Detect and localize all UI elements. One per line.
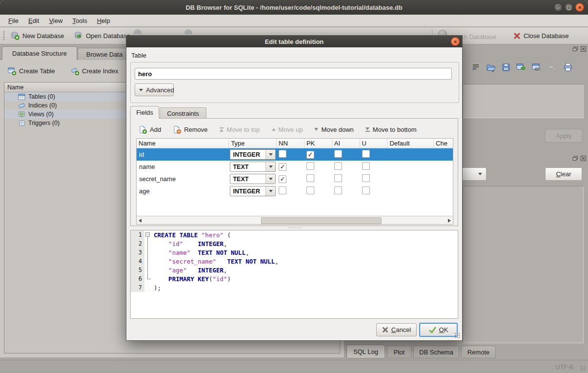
field-name-cell[interactable]: secret_name <box>137 175 229 183</box>
ai-checkbox[interactable] <box>334 174 342 182</box>
splitter-handle[interactable] <box>287 227 302 228</box>
move-up-button[interactable]: Move up <box>272 126 303 133</box>
clear-log-button[interactable]: Clear <box>545 167 582 181</box>
new-database-button[interactable]: New Database <box>11 30 64 41</box>
cancel-button[interactable]: Cancel <box>376 323 417 336</box>
sql-preview[interactable]: 1 − CREATE TABLE "hero" ( 2 "id" INTEGER… <box>130 230 458 319</box>
dialog-titlebar[interactable]: Edit table definition <box>126 36 462 47</box>
word-wrap-icon[interactable] <box>471 63 480 72</box>
col-header-check[interactable]: Che <box>434 139 453 148</box>
field-row-age[interactable]: age INTEGER <box>137 185 453 197</box>
u-checkbox[interactable] <box>362 174 370 182</box>
field-row-id[interactable]: id INTEGER <box>137 148 453 161</box>
scrollbar-thumb[interactable] <box>261 217 382 224</box>
window-resize-grip[interactable] <box>580 365 586 372</box>
cell-editor-textarea[interactable] <box>463 84 584 118</box>
field-row-name[interactable]: name TEXT <box>137 161 453 173</box>
type-dropdown[interactable]: INTEGER <box>230 149 276 160</box>
set-null-icon[interactable] <box>547 63 557 72</box>
dock-float-button[interactable] <box>572 46 579 52</box>
menu-help[interactable]: Help <box>93 16 115 26</box>
tab-database-structure[interactable]: Database Structure <box>2 46 77 60</box>
cell-editor-toolbar <box>471 62 573 72</box>
col-header-ai[interactable]: AI <box>332 139 360 148</box>
tab-browse-data[interactable]: Browse Data <box>78 48 131 60</box>
menu-file[interactable]: File <box>4 16 23 26</box>
field-name-cell[interactable]: age <box>137 187 229 195</box>
nn-checkbox[interactable] <box>279 163 286 171</box>
nn-checkbox[interactable] <box>279 150 286 158</box>
attach-database-button[interactable]: Attach Database <box>463 31 503 42</box>
bottom-tab-sql-log[interactable]: SQL Log <box>346 345 385 358</box>
add-field-button[interactable]: Add <box>139 125 161 134</box>
pk-checkbox[interactable] <box>306 162 314 170</box>
menu-edit[interactable]: Edit <box>24 16 43 26</box>
type-dropdown[interactable]: INTEGER <box>230 186 276 196</box>
u-checkbox[interactable] <box>362 162 370 170</box>
remove-field-button[interactable]: Remove <box>173 125 207 134</box>
dialog-resize-grip[interactable] <box>454 332 461 339</box>
ai-checkbox[interactable] <box>334 150 342 158</box>
menu-tools[interactable]: Tools <box>68 16 91 26</box>
window-maximize-button[interactable]: ◻ <box>565 3 573 12</box>
nn-checkbox[interactable] <box>279 186 286 194</box>
col-header-name[interactable]: Name <box>137 139 229 148</box>
chevron-down-icon[interactable] <box>265 174 275 184</box>
close-database-button[interactable]: Close Database <box>513 30 569 41</box>
chevron-down-icon[interactable] <box>265 162 275 171</box>
move-down-button[interactable]: Move down <box>314 126 353 133</box>
window-minimize-button[interactable]: – <box>554 3 563 12</box>
chevron-down-icon[interactable] <box>265 186 275 196</box>
u-checkbox[interactable] <box>362 150 370 158</box>
dock-float-button[interactable] <box>572 155 579 162</box>
ai-checkbox[interactable] <box>334 162 342 170</box>
pk-checkbox[interactable] <box>306 151 314 159</box>
tab-fields[interactable]: Fields <box>130 106 159 119</box>
pk-checkbox[interactable] <box>306 186 314 194</box>
fields-grid-hscrollbar[interactable] <box>137 216 453 224</box>
field-name-cell[interactable]: id <box>137 151 229 158</box>
export-icon[interactable] <box>516 63 526 72</box>
menu-view[interactable]: View <box>44 16 67 26</box>
col-header-default[interactable]: Default <box>387 139 434 148</box>
dock-close-button[interactable] <box>580 155 587 162</box>
bottom-tab-db-schema[interactable]: DB Schema <box>413 346 459 358</box>
move-to-top-button[interactable]: Move to top <box>220 126 260 133</box>
ok-button[interactable]: OK <box>419 323 458 337</box>
nn-checkbox[interactable] <box>279 175 286 183</box>
col-header-nn[interactable]: NN <box>277 139 304 148</box>
create-table-button[interactable]: Create Table <box>8 67 55 75</box>
link-icon[interactable] <box>532 63 542 72</box>
bottom-tab-remote[interactable]: Remote <box>461 346 496 358</box>
sql-log-list[interactable] <box>463 186 584 343</box>
pk-checkbox[interactable] <box>306 174 314 182</box>
apply-button[interactable]: Apply <box>545 129 583 143</box>
table-name-input[interactable]: hero <box>135 68 452 80</box>
field-row-secret-name[interactable]: secret_name TEXT <box>137 173 453 185</box>
u-checkbox[interactable] <box>362 186 370 194</box>
advanced-button[interactable]: Advanced <box>135 83 174 96</box>
tab-constraints[interactable]: Constraints <box>160 107 206 119</box>
field-name-cell[interactable]: name <box>137 163 229 170</box>
scroll-right-icon[interactable] <box>448 219 451 223</box>
chevron-down-icon[interactable] <box>265 150 275 159</box>
dialog-close-button[interactable]: × <box>451 37 460 46</box>
fold-marker[interactable]: − <box>144 230 151 239</box>
type-dropdown[interactable]: TEXT <box>230 162 276 172</box>
ai-checkbox[interactable] <box>334 186 342 194</box>
save-icon[interactable] <box>502 63 510 72</box>
bottom-tab-plot[interactable]: Plot <box>387 346 411 358</box>
toolbar-drag-handle[interactable] <box>3 31 5 41</box>
scroll-left-icon[interactable] <box>139 219 142 223</box>
print-icon[interactable] <box>563 62 573 72</box>
col-header-type[interactable]: Type <box>229 139 277 148</box>
open-file-icon[interactable] <box>486 63 496 72</box>
window-close-button[interactable]: × <box>575 3 584 12</box>
dock-close-button[interactable] <box>580 46 587 52</box>
open-database-button[interactable]: Open Database <box>74 30 130 41</box>
col-header-u[interactable]: U <box>360 139 388 148</box>
type-dropdown[interactable]: TEXT <box>230 174 276 184</box>
move-to-bottom-button[interactable]: Move to bottom <box>365 126 417 133</box>
create-index-button[interactable]: Create Index <box>71 67 118 75</box>
col-header-pk[interactable]: PK <box>304 139 332 148</box>
